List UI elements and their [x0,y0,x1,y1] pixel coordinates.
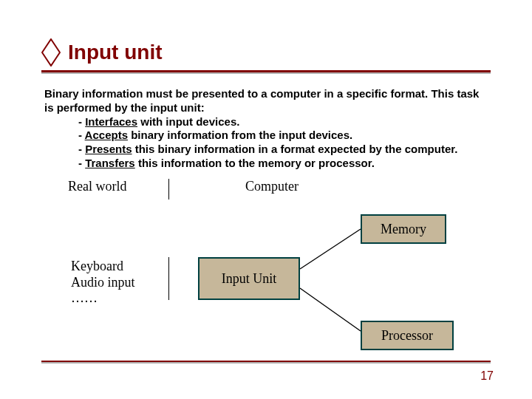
bullet-3: - Presents this binary information in a … [78,143,488,157]
page-number: 17 [480,369,494,383]
svg-line-1 [300,229,361,269]
diagram: Real world Computer Keyboard Audio input… [44,179,488,350]
label-real-world: Real world [68,179,126,194]
connector-input-to-processor [300,282,366,341]
title-underline [41,70,491,72]
svg-line-2 [300,288,361,331]
slide-title: Input unit [68,41,163,64]
separator-line-top [168,179,169,200]
footer-rule [41,361,491,362]
title-row: Input unit [41,38,491,66]
svg-marker-0 [42,39,60,66]
box-processor: Processor [361,321,454,350]
bullet-4: - Transfers this information to the memo… [78,157,488,171]
body-text: Binary information must be presented to … [44,87,488,171]
box-memory: Memory [361,214,446,244]
slide: Input unit Binary information must be pr… [0,0,532,399]
connector-input-to-memory [300,223,366,282]
box-input-unit: Input Unit [198,257,300,300]
separator-line-bottom [168,257,169,300]
label-computer: Computer [245,179,299,194]
diamond-icon [41,38,61,66]
intro-paragraph: Binary information must be presented to … [44,87,488,115]
real-world-items: Keyboard Audio input …… [71,259,135,307]
bullet-1: - Interfaces with input devices. [78,115,488,129]
bullet-list: - Interfaces with input devices. - Accep… [44,115,488,171]
bullet-2: - Accepts binary information from the in… [78,129,488,143]
